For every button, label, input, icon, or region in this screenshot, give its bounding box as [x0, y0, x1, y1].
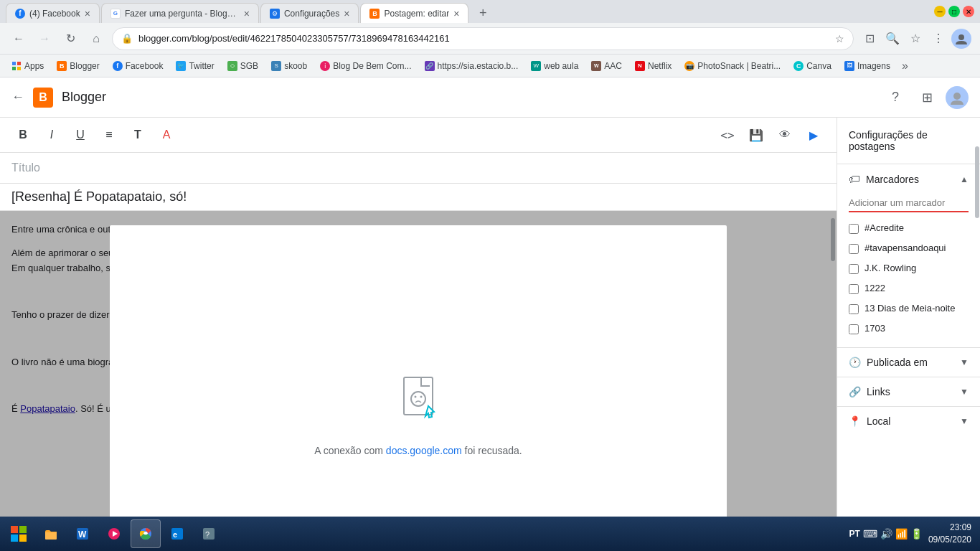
bookmark-canva[interactable]: C Canva: [788, 58, 837, 74]
profile-avatar-icon: [955, 32, 968, 45]
bookmark-star-icon[interactable]: ☆: [835, 33, 844, 44]
taskbar-unknown[interactable]: ?: [194, 519, 224, 548]
taskbar-battery-icon[interactable]: 🔋: [910, 528, 923, 540]
tab-facebook[interactable]: f (4) Facebook ×: [6, 3, 100, 23]
error-domain[interactable]: docs.google.com: [386, 445, 462, 456]
blogger-brand-name: Blogger: [62, 90, 106, 105]
bookmark-skoob[interactable]: S skoob: [265, 58, 313, 74]
home-button[interactable]: ⌂: [86, 29, 106, 49]
checkbox-13dias-input[interactable]: [849, 304, 859, 314]
bookmark-blogger[interactable]: B Blogger: [51, 58, 105, 74]
right-panel-scrollbar[interactable]: [973, 118, 980, 551]
bookmark-sgb[interactable]: ◇ SGB: [222, 58, 264, 74]
taskbar-word[interactable]: W: [67, 519, 98, 548]
tab-postagem-close[interactable]: ×: [453, 8, 459, 19]
marcadores-input[interactable]: [849, 194, 969, 212]
url-bar[interactable]: 🔒 blogger.com/blog/post/edit/46221785040…: [112, 27, 854, 50]
back-button[interactable]: ←: [9, 29, 29, 49]
checkbox-acredite-input[interactable]: [849, 224, 859, 234]
extensions-icon[interactable]: ⊡: [859, 29, 880, 49]
italic-button[interactable]: I: [40, 123, 63, 146]
post-title[interactable]: [Resenha] É Popatapataio, só!: [0, 184, 837, 211]
bold-button[interactable]: B: [11, 123, 34, 146]
start-button[interactable]: [3, 519, 34, 548]
links-icon: 🔗: [849, 386, 861, 397]
publish-button[interactable]: ▶: [802, 123, 825, 146]
bookmark-canva-label: Canva: [806, 61, 831, 71]
tab-questions-close[interactable]: ×: [244, 8, 250, 19]
preview-button[interactable]: 👁: [773, 123, 796, 146]
forward-button[interactable]: →: [34, 29, 55, 49]
bookmark-twitter[interactable]: 🐦 Twitter: [170, 58, 220, 74]
gear-favicon: ⚙: [270, 9, 280, 19]
apps-grid-button[interactable]: ⊞: [914, 85, 940, 110]
links-title: Links: [867, 386, 960, 397]
maximize-button[interactable]: □: [948, 6, 960, 17]
taskbar-network-status-icon[interactable]: 📶: [895, 528, 908, 540]
bookmark-apps[interactable]: Apps: [6, 58, 50, 74]
new-tab-button[interactable]: +: [473, 3, 493, 23]
blogger-app: ← B Blogger ? ⊞: [0, 77, 980, 551]
sia-bm-favicon: 🔗: [425, 61, 435, 71]
photo-bm-favicon: 📷: [684, 61, 694, 71]
marcadores-list: #Acredite #tavapensandoaqui J.K. Rowling: [849, 218, 969, 339]
bookmark-photosnack[interactable]: 📷 PhotoSnack | Beatri...: [679, 58, 786, 74]
checkbox-jkrowling-input[interactable]: [849, 264, 859, 274]
checkbox-1703-input[interactable]: [849, 324, 859, 334]
network-icon: e: [169, 525, 186, 542]
bookmark-blogdebem[interactable]: i Blog De Bem Com...: [314, 58, 417, 74]
imagens-bm-favicon: 🖼: [844, 61, 854, 71]
checkbox-1222-input[interactable]: [849, 284, 859, 294]
profile-avatar[interactable]: [951, 29, 971, 49]
save-button[interactable]: 💾: [745, 123, 768, 146]
bookmark-webaula[interactable]: W web aula: [525, 58, 584, 74]
taskbar-volume-icon[interactable]: 🔊: [880, 528, 892, 540]
svg-rect-13: [19, 534, 27, 542]
tab-config-close[interactable]: ×: [344, 8, 349, 19]
html-view-button[interactable]: <>: [716, 123, 739, 146]
minimize-button[interactable]: ─: [934, 6, 946, 17]
align-button[interactable]: ≡: [98, 123, 121, 146]
marcadores-title: Marcadores: [866, 174, 960, 185]
taskbar-file-explorer[interactable]: [36, 519, 66, 548]
bookmark-netflix-label: Netflix: [648, 61, 672, 71]
bookmark-imagens[interactable]: 🖼 Imagens: [839, 58, 896, 74]
broken-page-icon: [392, 372, 444, 423]
menu-button[interactable]: ⋮: [928, 29, 948, 49]
tab-blogger-questions[interactable]: G Fazer uma pergunta - Blogger C... ×: [101, 3, 259, 23]
bookmark-netflix[interactable]: N Netflix: [629, 58, 677, 74]
publicada-header[interactable]: 🕐 Publicada em ▼: [837, 348, 980, 377]
bookmark-aac[interactable]: W AAC: [585, 58, 628, 74]
local-header[interactable]: 📍 Local ▼: [837, 407, 980, 435]
blogger-user-avatar[interactable]: [946, 86, 969, 109]
help-icon-button[interactable]: ?: [882, 85, 908, 110]
taskbar-network[interactable]: e: [162, 519, 192, 548]
links-header[interactable]: 🔗 Links ▼: [837, 377, 980, 406]
underline-button[interactable]: U: [69, 123, 92, 146]
bookmark-skoob-label: skoob: [284, 61, 307, 71]
text-color-button[interactable]: A: [155, 123, 178, 146]
marcadores-header[interactable]: 🏷 Marcadores ▲: [837, 164, 980, 194]
text-format-button[interactable]: T: [126, 123, 149, 146]
browser-star-icon[interactable]: ☆: [905, 29, 925, 49]
tab-postagem[interactable]: B Postagem: editar ×: [360, 3, 468, 23]
refresh-button[interactable]: ↻: [60, 29, 80, 49]
tab-facebook-close[interactable]: ×: [85, 8, 90, 19]
taskbar-media[interactable]: [99, 519, 129, 548]
bookmark-sia[interactable]: 🔗 https://sia.estacio.b...: [419, 58, 524, 74]
links-section: 🔗 Links ▼: [837, 377, 980, 406]
checkbox-acredite: #Acredite: [849, 218, 969, 238]
checkbox-tavapensando-input[interactable]: [849, 244, 859, 254]
bookmark-facebook[interactable]: f Facebook: [107, 58, 169, 74]
svg-point-7: [411, 392, 425, 406]
checkbox-1222: 1222: [849, 278, 969, 298]
bookmarks-more-button[interactable]: »: [897, 57, 913, 75]
close-button[interactable]: ✕: [963, 6, 974, 17]
tab-configuracoes[interactable]: ⚙ Configurações ×: [260, 3, 359, 23]
editor-content[interactable]: Entre uma crônica e outra, podemos conh …: [0, 211, 837, 525]
taskbar-time: 23:09: [928, 522, 971, 534]
taskbar-chrome[interactable]: [131, 519, 161, 548]
blogger-back-button[interactable]: ←: [11, 90, 24, 105]
zoom-icon[interactable]: 🔍: [882, 29, 903, 49]
taskbar-keyboard-icon[interactable]: ⌨: [863, 528, 877, 540]
